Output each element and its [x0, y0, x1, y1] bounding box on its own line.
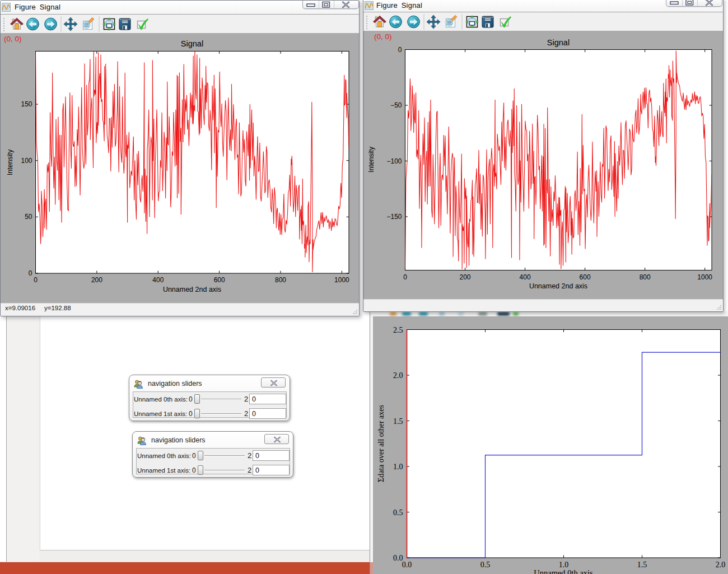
svg-text:−150: −150: [386, 213, 402, 221]
svg-text:800: 800: [275, 276, 286, 284]
svg-text:0: 0: [29, 269, 32, 277]
svg-text:0: 0: [398, 46, 402, 54]
svg-text:−50: −50: [390, 101, 402, 109]
svg-text:2.0: 2.0: [716, 561, 726, 569]
svg-text:1.0: 1.0: [559, 561, 569, 569]
svg-text:200: 200: [459, 273, 470, 281]
svg-text:Unnamed 0th axis: Unnamed 0th axis: [534, 568, 593, 574]
svg-text:0.5: 0.5: [393, 508, 403, 517]
svg-text:(0, 0): (0, 0): [4, 35, 22, 43]
svg-text:1.5: 1.5: [637, 561, 647, 569]
svg-text:Signal: Signal: [181, 39, 203, 48]
svg-text:Unnamed 2nd axis: Unnamed 2nd axis: [529, 282, 587, 290]
svg-text:2.0: 2.0: [393, 371, 403, 380]
svg-text:400: 400: [520, 273, 531, 281]
svg-text:Intensity: Intensity: [6, 149, 14, 175]
svg-text:600: 600: [214, 276, 225, 284]
svg-text:Unnamed 2nd axis: Unnamed 2nd axis: [163, 286, 221, 293]
svg-text:1.5: 1.5: [393, 417, 403, 426]
svg-text:−100: −100: [386, 157, 402, 165]
svg-text:100: 100: [21, 157, 32, 165]
svg-text:0.5: 0.5: [480, 561, 491, 569]
svg-text:0.0: 0.0: [393, 554, 403, 562]
svg-text:0: 0: [403, 273, 407, 281]
svg-text:1000: 1000: [334, 276, 349, 284]
svg-text:600: 600: [580, 273, 591, 281]
svg-text:0.0: 0.0: [402, 561, 412, 569]
svg-text:200: 200: [91, 276, 102, 284]
svg-text:(0, 0): (0, 0): [374, 32, 392, 41]
svg-text:400: 400: [152, 276, 164, 284]
svg-text:1.0: 1.0: [393, 463, 403, 471]
svg-text:Σdata over all other axes: Σdata over all other axes: [377, 405, 385, 482]
svg-text:0: 0: [34, 276, 38, 284]
svg-text:2.5: 2.5: [393, 326, 403, 334]
svg-text:Signal: Signal: [547, 38, 570, 47]
svg-text:Intensity: Intensity: [367, 146, 375, 172]
svg-text:1000: 1000: [697, 273, 712, 281]
svg-text:800: 800: [640, 273, 651, 281]
svg-text:150: 150: [21, 100, 32, 108]
svg-text:50: 50: [25, 213, 32, 221]
